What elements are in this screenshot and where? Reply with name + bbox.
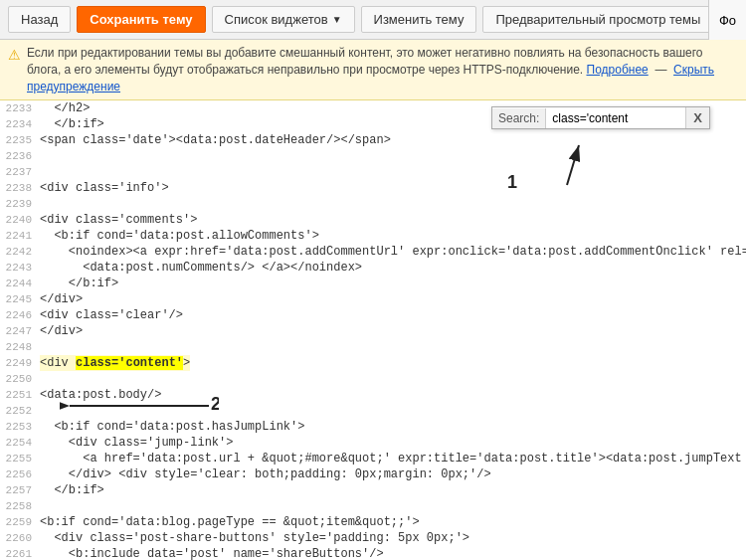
line-content: <data:post.numComments/> </a></noindex> [40,260,362,276]
table-row: 2252 [0,403,746,419]
table-row: 2251<data:post.body/> [0,387,746,403]
line-number: 2259 [0,514,40,530]
table-row: 2257 </b:if> [0,482,746,498]
line-content: <div class='comments'> [40,212,197,228]
search-box: Search: X [491,106,710,129]
save-button[interactable]: Сохранить тему [77,6,205,33]
table-row: 2258 [0,498,746,514]
line-number: 2244 [0,276,40,291]
table-row: 2239 [0,196,746,212]
line-number: 2234 [0,116,40,132]
table-row: 2241 <b:if cond='data:post.allowComments… [0,228,746,244]
line-content: <data:post.body/> [40,387,161,403]
table-row: 2244 </b:if> [0,276,746,291]
line-number: 2245 [0,291,40,307]
warning-icon: ⚠ [8,46,21,66]
line-number: 2239 [0,196,40,212]
search-label: Search: [492,108,546,128]
table-row: 2240<div class='comments'> [0,212,746,228]
dropdown-arrow-icon: ▼ [332,14,342,25]
table-row: 2260 <div class='post-share-buttons' sty… [0,530,746,546]
table-row: 2256 </div> <div style='clear: both;padd… [0,467,746,482]
table-row: 2261 <b:include data='post' name='shareB… [0,546,746,560]
search-close-button[interactable]: X [685,107,709,128]
table-row: 2253 <b:if cond='data:post.hasJumpLink'> [0,419,746,435]
warning-text: Если при редактировании темы вы добавите… [27,45,738,94]
code-editor: Search: X 1 2225 <a expr:href='data:post… [0,100,746,560]
line-content: <div class='post-share-buttons' style='p… [40,530,469,546]
table-row: 2246<div class='clear'/> [0,307,746,323]
line-number: 2255 [0,451,40,467]
line-content: </b:if> [40,276,118,291]
fonts-button[interactable]: Фо [708,0,746,40]
line-number: 2254 [0,435,40,451]
line-number: 2252 [0,403,40,419]
table-row: 2259<b:if cond='data:blog.pageType == &q… [0,514,746,530]
line-content: <b:if cond='data:blog.pageType == &quot;… [40,514,420,530]
line-content: </b:if> [40,116,104,132]
line-number: 2237 [0,164,40,180]
warning-bar: ⚠ Если при редактировании темы вы добави… [0,40,746,100]
line-content: </b:if> [40,482,104,498]
line-number: 2233 [0,100,40,116]
line-number: 2235 [0,132,40,148]
line-number: 2257 [0,482,40,498]
table-row: 2254 <div class='jump-link'> [0,435,746,451]
line-number: 2253 [0,419,40,435]
line-number: 2256 [0,467,40,482]
table-row: 2242 <noindex><a expr:href='data:post.ad… [0,244,746,260]
line-number: 2247 [0,323,40,339]
table-row: 2249<div class='content'> [0,355,746,371]
line-number: 2238 [0,180,40,196]
table-row: 2247</div> [0,323,746,339]
line-content: <noindex><a expr:href='data:post.addComm… [40,244,746,260]
line-number: 2241 [0,228,40,244]
line-content: </div> [40,291,83,307]
change-theme-button[interactable]: Изменить тему [361,6,477,33]
line-content: </div> <div style='clear: both;padding: … [40,467,491,482]
line-number: 2251 [0,387,40,403]
line-number: 2250 [0,371,40,387]
line-content: <b:include data='post' name='shareButton… [40,546,384,560]
line-number: 2242 [0,244,40,260]
line-content: <div class='jump-link'> [40,435,233,451]
table-row: 2250 [0,371,746,387]
line-number: 2258 [0,498,40,514]
table-row: 2245</div> [0,291,746,307]
table-row: 2238<div class='info'> [0,180,746,196]
line-number: 2260 [0,530,40,546]
line-number: 2246 [0,307,40,323]
back-button[interactable]: Назад [8,6,71,33]
preview-button[interactable]: Предварительный просмотр темы [482,6,713,33]
line-number: 2261 [0,546,40,560]
line-content: <a href='data:post.url + &quot;#more&quo… [40,451,742,467]
table-row: 2235<span class='date'><data:post.dateHe… [0,132,746,148]
highlighted-text: class='content' [76,356,183,370]
line-content: </h2> [40,100,90,116]
line-content: <b:if cond='data:post.hasJumpLink'> [40,419,304,435]
widgets-button[interactable]: Список виджетов ▼ [212,6,355,33]
line-number: 2240 [0,212,40,228]
line-content: <div class='clear'/> [40,307,183,323]
table-row: 2255 <a href='data:post.url + &quot;#mor… [0,451,746,467]
toolbar: Назад Сохранить тему Список виджетов ▼ И… [0,0,746,40]
table-row: 2237 [0,164,746,180]
table-row: 2243 <data:post.numComments/> </a></noin… [0,260,746,276]
code-content[interactable]: 2225 <a expr:href='data:post.link'><data… [0,100,746,560]
line-content: <div class='info'> [40,180,169,196]
line-number: 2248 [0,339,40,355]
line-content: </div> [40,323,83,339]
line-content: <b:if cond='data:post.allowComments'> [40,228,319,244]
table-row: 2236 [0,148,746,164]
table-row: 2248 [0,339,746,355]
line-content: <span class='date'><data:post.dateHeader… [40,132,391,148]
line-content: <div class='content'> [40,355,190,371]
warning-details-link[interactable]: Подробнее [587,63,649,77]
search-input[interactable] [546,108,685,128]
line-number: 2243 [0,260,40,276]
widgets-label: Список виджетов [225,12,328,27]
line-number: 2236 [0,148,40,164]
line-number: 2249 [0,355,40,371]
